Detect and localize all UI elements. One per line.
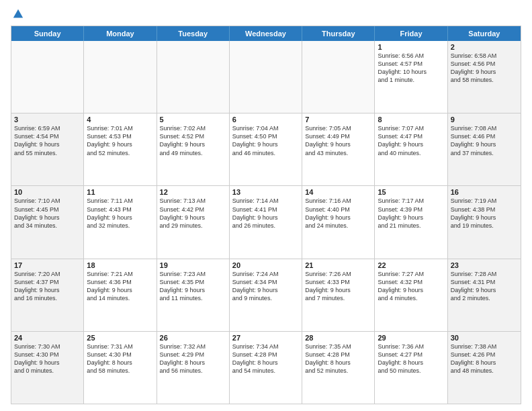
cal-cell-day-9: 9Sunrise: 7:08 AMSunset: 4:46 PMDaylight… — [448, 113, 521, 185]
cal-cell-day-10: 10Sunrise: 7:10 AMSunset: 4:45 PMDayligh… — [11, 186, 84, 258]
day-info: Sunrise: 7:01 AMSunset: 4:53 PMDaylight:… — [87, 124, 153, 157]
day-number: 11 — [87, 188, 153, 196]
day-info: Sunrise: 7:02 AMSunset: 4:52 PMDaylight:… — [160, 124, 226, 157]
day-info: Sunrise: 7:30 AMSunset: 4:30 PMDaylight:… — [14, 342, 81, 375]
day-number: 25 — [87, 334, 153, 342]
day-info: Sunrise: 6:59 AMSunset: 4:54 PMDaylight:… — [14, 124, 81, 157]
day-number: 22 — [378, 261, 444, 269]
cal-cell-day-1: 1Sunrise: 6:56 AMSunset: 4:57 PMDaylight… — [375, 41, 447, 113]
cal-cell-empty — [230, 41, 302, 113]
calendar: SundayMondayTuesdayWednesdayThursdayFrid… — [11, 26, 521, 404]
cal-cell-day-21: 21Sunrise: 7:26 AMSunset: 4:33 PMDayligh… — [302, 259, 375, 331]
cal-header-monday: Monday — [84, 26, 157, 41]
day-info: Sunrise: 7:38 AMSunset: 4:26 PMDaylight:… — [451, 342, 518, 375]
logo-icon — [12, 8, 24, 20]
cal-row-3: 10Sunrise: 7:10 AMSunset: 4:45 PMDayligh… — [11, 185, 521, 258]
cal-cell-day-30: 30Sunrise: 7:38 AMSunset: 4:26 PMDayligh… — [448, 332, 521, 404]
header — [11, 8, 521, 20]
cal-cell-day-18: 18Sunrise: 7:21 AMSunset: 4:36 PMDayligh… — [84, 259, 157, 331]
day-number: 21 — [305, 261, 371, 269]
day-info: Sunrise: 7:21 AMSunset: 4:36 PMDaylight:… — [87, 270, 153, 303]
cal-header-tuesday: Tuesday — [157, 26, 230, 41]
day-info: Sunrise: 7:13 AMSunset: 4:42 PMDaylight:… — [160, 197, 226, 230]
calendar-body: 1Sunrise: 6:56 AMSunset: 4:57 PMDaylight… — [11, 41, 521, 404]
day-info: Sunrise: 7:16 AMSunset: 4:40 PMDaylight:… — [305, 197, 371, 230]
day-info: Sunrise: 7:23 AMSunset: 4:35 PMDaylight:… — [160, 270, 226, 303]
day-number: 5 — [160, 116, 226, 124]
cal-cell-day-26: 26Sunrise: 7:32 AMSunset: 4:29 PMDayligh… — [157, 332, 230, 404]
cal-header-thursday: Thursday — [302, 26, 375, 41]
cal-cell-day-15: 15Sunrise: 7:17 AMSunset: 4:39 PMDayligh… — [375, 186, 447, 258]
day-info: Sunrise: 7:11 AMSunset: 4:43 PMDaylight:… — [87, 197, 153, 230]
day-number: 2 — [451, 43, 518, 51]
cal-cell-day-11: 11Sunrise: 7:11 AMSunset: 4:43 PMDayligh… — [84, 186, 157, 258]
day-info: Sunrise: 7:14 AMSunset: 4:41 PMDaylight:… — [232, 197, 299, 230]
day-info: Sunrise: 7:19 AMSunset: 4:38 PMDaylight:… — [451, 197, 518, 230]
day-number: 29 — [378, 334, 444, 342]
cal-cell-day-12: 12Sunrise: 7:13 AMSunset: 4:42 PMDayligh… — [157, 186, 230, 258]
day-info: Sunrise: 7:24 AMSunset: 4:34 PMDaylight:… — [232, 270, 299, 303]
day-number: 28 — [305, 334, 371, 342]
day-number: 6 — [232, 116, 299, 124]
cal-cell-day-23: 23Sunrise: 7:28 AMSunset: 4:31 PMDayligh… — [448, 259, 521, 331]
cal-cell-day-17: 17Sunrise: 7:20 AMSunset: 4:37 PMDayligh… — [11, 259, 84, 331]
svg-marker-0 — [13, 9, 23, 18]
day-number: 17 — [14, 261, 81, 269]
day-info: Sunrise: 7:05 AMSunset: 4:49 PMDaylight:… — [305, 124, 371, 157]
cal-cell-empty — [302, 41, 375, 113]
day-info: Sunrise: 7:26 AMSunset: 4:33 PMDaylight:… — [305, 270, 371, 303]
day-number: 8 — [378, 116, 444, 124]
day-number: 20 — [232, 261, 299, 269]
cal-cell-day-14: 14Sunrise: 7:16 AMSunset: 4:40 PMDayligh… — [302, 186, 375, 258]
day-info: Sunrise: 7:32 AMSunset: 4:29 PMDaylight:… — [160, 342, 226, 375]
day-info: Sunrise: 7:17 AMSunset: 4:39 PMDaylight:… — [378, 197, 444, 230]
cal-cell-day-19: 19Sunrise: 7:23 AMSunset: 4:35 PMDayligh… — [157, 259, 230, 331]
day-number: 18 — [87, 261, 153, 269]
day-number: 19 — [160, 261, 226, 269]
day-number: 4 — [87, 116, 153, 124]
cal-cell-day-28: 28Sunrise: 7:35 AMSunset: 4:28 PMDayligh… — [302, 332, 375, 404]
cal-cell-empty — [84, 41, 157, 113]
day-number: 10 — [14, 188, 81, 196]
cal-cell-day-22: 22Sunrise: 7:27 AMSunset: 4:32 PMDayligh… — [375, 259, 447, 331]
cal-cell-day-3: 3Sunrise: 6:59 AMSunset: 4:54 PMDaylight… — [11, 113, 84, 185]
cal-cell-empty — [11, 41, 84, 113]
cal-cell-day-20: 20Sunrise: 7:24 AMSunset: 4:34 PMDayligh… — [230, 259, 302, 331]
cal-cell-day-24: 24Sunrise: 7:30 AMSunset: 4:30 PMDayligh… — [11, 332, 84, 404]
cal-cell-day-4: 4Sunrise: 7:01 AMSunset: 4:53 PMDaylight… — [84, 113, 157, 185]
day-info: Sunrise: 7:20 AMSunset: 4:37 PMDaylight:… — [14, 270, 81, 303]
day-info: Sunrise: 7:34 AMSunset: 4:28 PMDaylight:… — [232, 342, 299, 375]
cal-cell-empty — [157, 41, 230, 113]
day-number: 13 — [232, 188, 299, 196]
cal-cell-day-29: 29Sunrise: 7:36 AMSunset: 4:27 PMDayligh… — [375, 332, 447, 404]
day-info: Sunrise: 7:31 AMSunset: 4:30 PMDaylight:… — [87, 342, 153, 375]
cal-row-1: 1Sunrise: 6:56 AMSunset: 4:57 PMDaylight… — [11, 41, 521, 113]
day-info: Sunrise: 7:27 AMSunset: 4:32 PMDaylight:… — [378, 270, 444, 303]
day-number: 14 — [305, 188, 371, 196]
cal-cell-day-5: 5Sunrise: 7:02 AMSunset: 4:52 PMDaylight… — [157, 113, 230, 185]
day-info: Sunrise: 7:36 AMSunset: 4:27 PMDaylight:… — [378, 342, 444, 375]
day-number: 27 — [232, 334, 299, 342]
cal-cell-day-16: 16Sunrise: 7:19 AMSunset: 4:38 PMDayligh… — [448, 186, 521, 258]
day-info: Sunrise: 7:28 AMSunset: 4:31 PMDaylight:… — [451, 270, 518, 303]
cal-cell-day-6: 6Sunrise: 7:04 AMSunset: 4:50 PMDaylight… — [230, 113, 302, 185]
cal-cell-day-25: 25Sunrise: 7:31 AMSunset: 4:30 PMDayligh… — [84, 332, 157, 404]
day-info: Sunrise: 7:08 AMSunset: 4:46 PMDaylight:… — [451, 124, 518, 157]
cal-row-2: 3Sunrise: 6:59 AMSunset: 4:54 PMDaylight… — [11, 113, 521, 185]
cal-cell-day-2: 2Sunrise: 6:58 AMSunset: 4:56 PMDaylight… — [448, 41, 521, 113]
cal-row-5: 24Sunrise: 7:30 AMSunset: 4:30 PMDayligh… — [11, 331, 521, 404]
day-info: Sunrise: 6:56 AMSunset: 4:57 PMDaylight:… — [378, 52, 444, 85]
day-number: 9 — [451, 116, 518, 124]
day-number: 24 — [14, 334, 81, 342]
cal-header-friday: Friday — [375, 26, 447, 41]
day-info: Sunrise: 6:58 AMSunset: 4:56 PMDaylight:… — [451, 52, 518, 85]
day-number: 12 — [160, 188, 226, 196]
cal-row-4: 17Sunrise: 7:20 AMSunset: 4:37 PMDayligh… — [11, 259, 521, 331]
day-number: 16 — [451, 188, 518, 196]
day-number: 3 — [14, 116, 81, 124]
day-info: Sunrise: 7:10 AMSunset: 4:45 PMDaylight:… — [14, 197, 81, 230]
day-info: Sunrise: 7:35 AMSunset: 4:28 PMDaylight:… — [305, 342, 371, 375]
calendar-header-row: SundayMondayTuesdayWednesdayThursdayFrid… — [11, 26, 521, 41]
logo — [11, 8, 24, 20]
cal-cell-day-8: 8Sunrise: 7:07 AMSunset: 4:47 PMDaylight… — [375, 113, 447, 185]
